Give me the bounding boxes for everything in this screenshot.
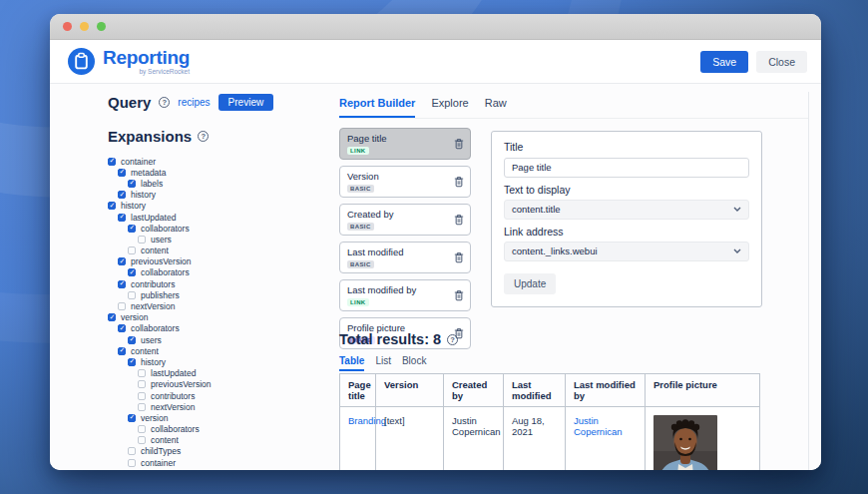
- tree-checkbox[interactable]: [128, 268, 136, 276]
- tree-checkbox[interactable]: [118, 257, 126, 265]
- tree-item[interactable]: users: [138, 234, 337, 245]
- tree-item-label: collaborators: [131, 323, 180, 333]
- tree-item-label: nextVersion: [151, 402, 195, 412]
- trash-icon[interactable]: [454, 214, 464, 226]
- tree-item[interactable]: childTypes: [128, 446, 337, 457]
- trash-icon[interactable]: [454, 251, 464, 263]
- field-card[interactable]: Last modified BASIC: [339, 242, 471, 273]
- tree-item[interactable]: users: [128, 334, 337, 345]
- results-tab[interactable]: Block: [402, 355, 426, 371]
- tree-item[interactable]: version: [108, 312, 337, 323]
- tree-item[interactable]: collaborators: [128, 223, 337, 234]
- tree-item[interactable]: metadata: [118, 167, 337, 178]
- tree-checkbox[interactable]: [128, 180, 136, 188]
- title-input[interactable]: [504, 158, 749, 178]
- close-button[interactable]: Close: [756, 51, 807, 73]
- total-results-heading: Total results: 8: [339, 331, 441, 347]
- field-card[interactable]: Created by BASIC: [339, 204, 471, 236]
- recipes-link[interactable]: recipes: [178, 97, 210, 108]
- update-button[interactable]: Update: [504, 273, 556, 294]
- tree-item[interactable]: previousVersion: [138, 379, 337, 390]
- cell-last-modified-by[interactable]: Justin Copernican: [566, 407, 646, 471]
- preview-button[interactable]: Preview: [218, 94, 274, 111]
- tree-item[interactable]: collaborators: [118, 323, 337, 334]
- results-tab[interactable]: List: [375, 355, 391, 371]
- tree-item[interactable]: lastUpdated: [118, 212, 337, 223]
- tree-item[interactable]: container: [128, 457, 337, 468]
- tree-item[interactable]: content: [128, 246, 337, 256]
- tree-item[interactable]: container: [108, 156, 337, 167]
- tree-item[interactable]: nextVersion: [118, 300, 337, 311]
- tab[interactable]: Explore: [431, 97, 468, 118]
- trash-icon[interactable]: [454, 138, 464, 150]
- tree-checkbox[interactable]: [138, 380, 146, 388]
- cell-page-title[interactable]: Branding: [340, 407, 376, 471]
- expansions-title: Expansions: [108, 128, 192, 145]
- results-help-icon[interactable]: ?: [447, 334, 458, 345]
- text-to-display-select[interactable]: content.title: [504, 200, 749, 220]
- tree-item[interactable]: history: [108, 201, 337, 212]
- field-card[interactable]: Last modified by LINK: [339, 279, 471, 311]
- tree-item[interactable]: previousVersion: [118, 256, 337, 267]
- tree-checkbox[interactable]: [138, 436, 146, 444]
- tree-checkbox[interactable]: [128, 291, 136, 299]
- expansions-help-icon[interactable]: ?: [198, 131, 209, 142]
- tree-checkbox[interactable]: [128, 459, 136, 467]
- tree-item-label: previousVersion: [151, 379, 211, 389]
- tree-item[interactable]: collaborators: [138, 424, 337, 435]
- tree-item[interactable]: metadata: [128, 468, 337, 470]
- tree-checkbox[interactable]: [108, 158, 116, 166]
- trash-icon[interactable]: [454, 289, 464, 301]
- tab[interactable]: Report Builder: [339, 97, 415, 118]
- tree-checkbox[interactable]: [138, 425, 146, 433]
- tree-item[interactable]: history: [118, 190, 337, 201]
- link-address-select[interactable]: content._links.webui: [504, 242, 749, 261]
- close-window-button[interactable]: [63, 22, 72, 31]
- field-card[interactable]: Page title LINK: [339, 128, 471, 160]
- tree-checkbox[interactable]: [118, 191, 126, 199]
- tree-item-label: metadata: [131, 168, 166, 178]
- tab[interactable]: Raw: [485, 97, 507, 118]
- tree-checkbox[interactable]: [138, 392, 146, 400]
- tree-checkbox[interactable]: [128, 336, 136, 344]
- tree-checkbox[interactable]: [138, 369, 146, 377]
- tree-checkbox[interactable]: [138, 403, 146, 411]
- tree-checkbox[interactable]: [128, 447, 136, 455]
- tree-item[interactable]: content: [118, 345, 337, 356]
- tree-checkbox[interactable]: [118, 169, 126, 177]
- field-type-badge: LINK: [347, 147, 369, 155]
- tree-checkbox[interactable]: [118, 324, 126, 332]
- cell-profile-picture: [646, 407, 760, 471]
- tree-item[interactable]: version: [128, 412, 337, 423]
- query-help-icon[interactable]: ?: [159, 97, 170, 108]
- tree-checkbox[interactable]: [118, 280, 126, 288]
- tree-item[interactable]: contributors: [138, 390, 337, 401]
- tree-checkbox[interactable]: [128, 414, 136, 422]
- tree-checkbox[interactable]: [118, 214, 126, 222]
- tree-item[interactable]: nextVersion: [138, 401, 337, 412]
- maximize-window-button[interactable]: [97, 22, 106, 31]
- tree-checkbox[interactable]: [138, 236, 146, 244]
- tree-checkbox[interactable]: [118, 347, 126, 355]
- tree-checkbox[interactable]: [108, 313, 116, 321]
- results-tab[interactable]: Table: [339, 355, 364, 371]
- column-header: Last modified: [504, 374, 566, 407]
- field-card[interactable]: Version BASIC: [339, 166, 471, 198]
- save-button[interactable]: Save: [700, 51, 748, 73]
- tree-item[interactable]: content: [138, 435, 337, 446]
- tree-checkbox[interactable]: [128, 247, 136, 254]
- tree-item-label: history: [121, 201, 146, 211]
- tree-checkbox[interactable]: [108, 202, 116, 210]
- tree-checkbox[interactable]: [128, 225, 136, 233]
- tree-checkbox[interactable]: [128, 358, 136, 366]
- tree-item[interactable]: collaborators: [128, 267, 337, 278]
- tree-item[interactable]: publishers: [128, 289, 337, 300]
- tree-item[interactable]: contributors: [118, 278, 337, 289]
- app-logo: Reporting by ServiceRocket: [68, 48, 190, 75]
- trash-icon[interactable]: [454, 176, 464, 188]
- tree-checkbox[interactable]: [118, 302, 126, 310]
- tree-item[interactable]: history: [128, 356, 337, 367]
- minimize-window-button[interactable]: [80, 22, 89, 31]
- tree-item[interactable]: labels: [128, 178, 337, 189]
- tree-item[interactable]: lastUpdated: [138, 368, 337, 379]
